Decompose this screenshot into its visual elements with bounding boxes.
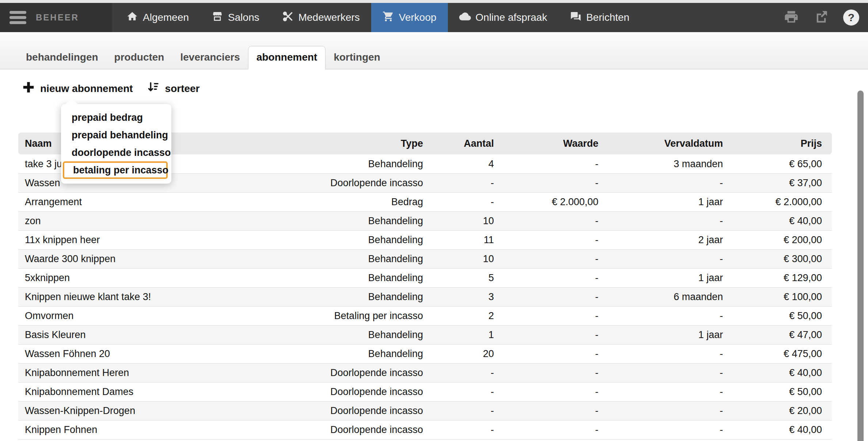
row-aantal: 5 [423, 272, 494, 284]
tab-leveranciers[interactable]: leveranciers [172, 46, 248, 69]
table-row[interactable]: Knippen nieuwe klant take 3! Behandeling… [18, 287, 832, 306]
table-row[interactable]: Wassen Föhnen 20 Behandeling 20 - - € 47… [18, 344, 832, 363]
row-prijs: € 475,00 [723, 348, 822, 360]
table-row[interactable]: 11x knippen heer Behandeling 11 - 2 jaar… [18, 230, 832, 249]
menu-item-doorlopende-incasso[interactable]: doorlopende incasso [61, 144, 171, 161]
nav-label: Verkoop [399, 12, 437, 23]
column-header-vervaldatum: Vervaldatum [598, 138, 723, 149]
row-vervaldatum: - [598, 177, 723, 189]
row-vervaldatum: 1 jaar [598, 329, 723, 341]
table-row[interactable]: Basis Kleuren Behandeling 1 - 1 jaar € 4… [18, 325, 832, 344]
row-type: Behandeling [306, 272, 423, 284]
row-aantal: 10 [423, 215, 494, 227]
row-naam: 5xknippen [25, 272, 306, 284]
print-button[interactable] [783, 9, 799, 26]
home-icon [126, 11, 138, 25]
row-waarde: - [494, 234, 598, 246]
tab-behandelingen[interactable]: behandelingen [18, 46, 106, 69]
export-button[interactable] [813, 9, 829, 26]
table-row[interactable]: Waarde 300 knippen Behandeling 10 - - € … [18, 249, 832, 268]
row-aantal: 2 [423, 310, 494, 322]
row-prijs: € 47,00 [723, 329, 822, 341]
scissors-icon [282, 11, 294, 25]
row-waarde: - [494, 253, 598, 265]
table-row[interactable]: Arrangement Bedrag - € 2.000,00 1 jaar €… [18, 192, 832, 211]
row-prijs: € 100,00 [723, 291, 822, 303]
row-waarde: - [494, 386, 598, 398]
row-type: Behandeling [306, 348, 423, 360]
tab-abonnement[interactable]: abonnement [248, 46, 326, 69]
column-header-waarde: Waarde [494, 138, 598, 149]
row-aantal: - [423, 196, 494, 208]
verkoop-subtabs: behandelingen producten leveranciers abo… [0, 32, 868, 69]
nav-label: Medewerkers [298, 12, 360, 23]
row-prijs: € 50,00 [723, 310, 822, 322]
nav-item-salons[interactable]: Salons [200, 3, 271, 32]
row-type: Behandeling [306, 329, 423, 341]
new-subscription-dropdown: prepaid bedrag prepaid behandeling doorl… [61, 104, 171, 184]
row-vervaldatum: 3 maanden [598, 158, 723, 170]
nav-item-verkoop[interactable]: Verkoop [371, 3, 448, 32]
new-subscription-button[interactable]: nieuw abonnement [22, 81, 133, 96]
row-prijs: € 40,00 [723, 215, 822, 227]
nav-label: Algemeen [143, 12, 189, 23]
row-type: Doorlopende incasso [306, 367, 423, 379]
row-naam: Arrangement [25, 196, 306, 208]
row-type: Doorlopende incasso [306, 386, 423, 398]
column-header-aantal: Aantal [423, 138, 494, 149]
tab-producten[interactable]: producten [106, 46, 172, 69]
menu-item-betaling-per-incasso[interactable]: betaling per incasso [63, 161, 168, 179]
menu-item-prepaid-behandeling[interactable]: prepaid behandeling [61, 126, 171, 144]
sort-button[interactable]: sorteer [147, 81, 200, 96]
row-aantal: - [423, 177, 494, 189]
row-aantal: - [423, 367, 494, 379]
row-waarde: - [494, 424, 598, 436]
row-aantal: 11 [423, 234, 494, 246]
chat-icon [570, 11, 582, 25]
tab-kortingen[interactable]: kortingen [326, 46, 388, 69]
row-waarde: - [494, 367, 598, 379]
nav-item-berichten[interactable]: Berichten [559, 3, 641, 32]
printer-icon [784, 9, 799, 26]
nav-label: Salons [228, 12, 259, 23]
row-aantal: 4 [423, 158, 494, 170]
nav-item-algemeen[interactable]: Algemeen [115, 3, 200, 32]
vertical-scrollbar-thumb[interactable] [857, 91, 864, 441]
row-type: Betaling per incasso [306, 310, 423, 322]
row-aantal: - [423, 424, 494, 436]
hamburger-icon [9, 11, 26, 24]
brand-label: BEHEER [36, 12, 79, 23]
row-vervaldatum: 1 jaar [598, 196, 723, 208]
primary-nav: Algemeen Salons Medewerkers Verkoop [115, 3, 641, 32]
table-row[interactable]: Wassen-Knippen-Drogen Doorlopende incass… [18, 401, 832, 420]
row-type: Doorlopende incasso [306, 405, 423, 417]
row-waarde: - [494, 405, 598, 417]
topbar-actions: ? [783, 3, 868, 32]
row-vervaldatum: 2 jaar [598, 234, 723, 246]
nav-item-online-afspraak[interactable]: Online afspraak [448, 3, 559, 32]
question-mark-icon: ? [848, 11, 854, 24]
table-row[interactable]: zon Behandeling 10 - - € 40,00 [18, 211, 832, 230]
table-row[interactable]: 5xknippen Behandeling 5 - 1 jaar € 129,0… [18, 268, 832, 287]
table-row[interactable]: Knipabonnement Dames Doorlopende incasso… [18, 382, 832, 401]
row-vervaldatum: - [598, 386, 723, 398]
row-prijs: € 40,00 [723, 424, 822, 436]
share-icon [814, 9, 829, 26]
row-type: Behandeling [306, 253, 423, 265]
table-row[interactable]: Omvormen Betaling per incasso 2 - - € 50… [18, 306, 832, 325]
row-type: Behandeling [306, 215, 423, 227]
row-naam: Basis Kleuren [25, 329, 306, 341]
main-menu-button[interactable]: BEHEER [0, 3, 112, 32]
row-waarde: - [494, 272, 598, 284]
row-naam: Waarde 300 knippen [25, 253, 306, 265]
row-vervaldatum: 6 maanden [598, 291, 723, 303]
table-row[interactable]: Knippen Fohnen Doorlopende incasso - - -… [18, 420, 832, 439]
topbar: BEHEER Algemeen Salons Medewerkers [0, 3, 868, 32]
row-vervaldatum: 1 jaar [598, 272, 723, 284]
new-subscription-label: nieuw abonnement [40, 83, 133, 95]
nav-item-medewerkers[interactable]: Medewerkers [271, 3, 371, 32]
help-button[interactable]: ? [843, 9, 859, 26]
sort-label: sorteer [165, 83, 200, 95]
table-row[interactable]: Knipabonnement Heren Doorlopende incasso… [18, 363, 832, 382]
menu-item-prepaid-bedrag[interactable]: prepaid bedrag [61, 109, 171, 126]
